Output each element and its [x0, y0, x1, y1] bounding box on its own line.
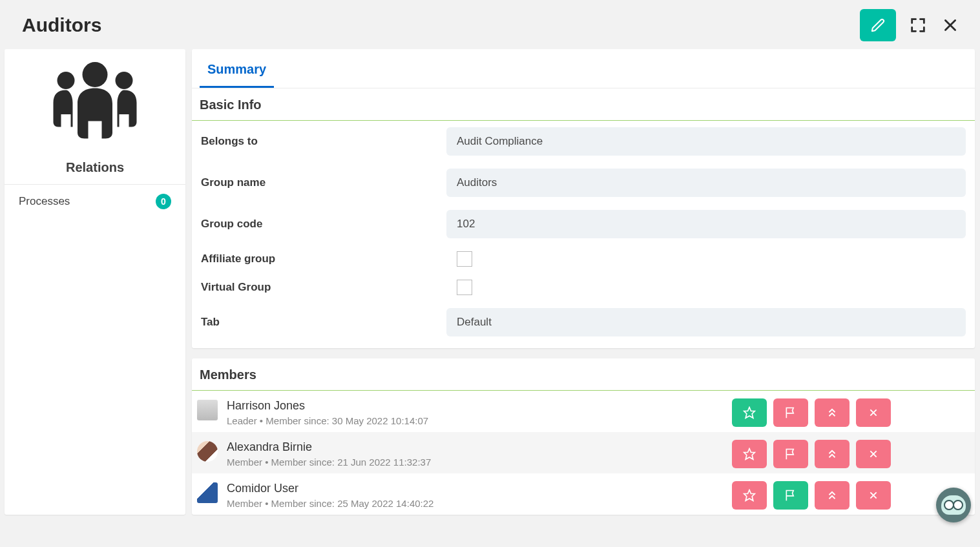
chevron-double-up-icon — [826, 490, 838, 501]
member-meta: Member • Member since: 21 Jun 2022 11:32… — [227, 457, 723, 468]
svg-marker-4 — [744, 449, 755, 460]
member-actions — [732, 440, 970, 468]
member-info: Alexandra Birnie Member • Member since: … — [227, 440, 723, 468]
checkbox-affiliate-group[interactable] — [457, 251, 472, 267]
member-name[interactable]: Harrison Jones — [227, 399, 723, 413]
svg-marker-5 — [744, 490, 755, 501]
star-icon — [743, 448, 756, 460]
label-group-name: Group name — [201, 176, 446, 189]
page-header: Auditors — [0, 0, 980, 49]
svg-marker-3 — [744, 408, 755, 418]
page-title: Auditors — [22, 14, 101, 36]
star-button[interactable] — [732, 398, 767, 427]
member-row: Harrison Jones Leader • Member since: 30… — [192, 391, 975, 432]
avatar — [197, 482, 218, 503]
value-group-name[interactable]: Auditors — [446, 169, 966, 197]
member-meta: Member • Member since: 25 May 2022 14:40… — [227, 498, 723, 509]
header-actions — [860, 9, 961, 41]
flag-button[interactable] — [773, 440, 808, 468]
member-info: Harrison Jones Leader • Member since: 30… — [227, 399, 723, 426]
remove-button[interactable] — [856, 481, 891, 510]
sidebar-item-processes[interactable]: Processes 0 — [5, 185, 185, 218]
fullscreen-icon — [909, 16, 927, 34]
sidebar-item-label: Processes — [19, 195, 70, 208]
star-button[interactable] — [732, 440, 767, 468]
label-affiliate-group: Affiliate group — [201, 253, 446, 265]
member-name[interactable]: Comidor User — [227, 482, 723, 495]
member-info: Comidor User Member • Member since: 25 M… — [227, 482, 723, 509]
group-icon — [47, 56, 143, 146]
label-tab: Tab — [201, 316, 446, 329]
member-actions — [732, 481, 970, 510]
x-icon — [868, 408, 879, 418]
row-group-name: Group name Auditors — [192, 162, 975, 203]
flag-icon — [784, 489, 797, 502]
main-area: Summary Basic Info Belongs to Audit Comp… — [192, 49, 980, 515]
members-list: Harrison Jones Leader • Member since: 30… — [192, 391, 975, 515]
edit-button[interactable] — [860, 9, 896, 41]
star-icon — [743, 406, 756, 419]
remove-button[interactable] — [856, 398, 891, 427]
row-tab: Tab Default — [192, 302, 975, 348]
row-affiliate-group: Affiliate group — [192, 245, 975, 273]
x-icon — [868, 449, 879, 459]
chat-assistant-button[interactable] — [936, 488, 971, 522]
label-belongs-to: Belongs to — [201, 135, 446, 148]
member-actions — [732, 398, 970, 427]
tab-bar: Summary — [192, 49, 975, 88]
checkbox-virtual-group[interactable] — [457, 280, 472, 295]
avatar — [197, 400, 218, 420]
group-icon-area — [5, 49, 185, 155]
chevron-double-up-icon — [826, 407, 838, 418]
star-button[interactable] — [732, 481, 767, 510]
x-icon — [868, 490, 879, 501]
members-title: Members — [192, 358, 975, 391]
flag-button[interactable] — [773, 481, 808, 510]
relations-title: Relations — [5, 155, 185, 185]
label-group-code: Group code — [201, 218, 446, 231]
member-row: Comidor User Member • Member since: 25 M… — [192, 473, 975, 515]
close-icon — [942, 17, 959, 34]
value-tab[interactable]: Default — [446, 308, 966, 336]
summary-panel: Summary Basic Info Belongs to Audit Comp… — [192, 49, 975, 348]
tab-summary[interactable]: Summary — [200, 49, 274, 88]
row-belongs-to: Belongs to Audit Compliance — [192, 121, 975, 162]
value-belongs-to[interactable]: Audit Compliance — [446, 127, 966, 156]
avatar — [197, 441, 218, 462]
pencil-icon — [871, 18, 885, 32]
flag-icon — [784, 448, 797, 460]
sidebar: Relations Processes 0 — [5, 49, 185, 515]
svg-point-1 — [57, 72, 75, 89]
svg-point-0 — [83, 62, 108, 87]
count-badge: 0 — [156, 194, 171, 209]
promote-button[interactable] — [815, 398, 850, 427]
svg-point-2 — [116, 72, 133, 89]
members-panel: Members Harrison Jones Leader • Member s… — [192, 358, 975, 515]
member-name[interactable]: Alexandra Birnie — [227, 440, 723, 454]
flag-button[interactable] — [773, 398, 808, 427]
star-icon — [743, 489, 756, 502]
promote-button[interactable] — [815, 440, 850, 468]
owl-face-icon — [941, 495, 966, 515]
promote-button[interactable] — [815, 481, 850, 510]
flag-icon — [784, 406, 797, 419]
content-area: Relations Processes 0 Summary Basic Info… — [0, 49, 980, 515]
row-virtual-group: Virtual Group — [192, 273, 975, 302]
chevron-double-up-icon — [826, 448, 838, 460]
remove-button[interactable] — [856, 440, 891, 468]
basic-info-title: Basic Info — [192, 88, 975, 121]
label-virtual-group: Virtual Group — [201, 281, 446, 294]
row-group-code: Group code 102 — [192, 203, 975, 245]
fullscreen-button[interactable] — [908, 15, 928, 36]
member-row: Alexandra Birnie Member • Member since: … — [192, 432, 975, 473]
close-button[interactable] — [940, 15, 961, 36]
member-meta: Leader • Member since: 30 May 2022 10:14… — [227, 415, 723, 426]
value-group-code[interactable]: 102 — [446, 210, 966, 238]
